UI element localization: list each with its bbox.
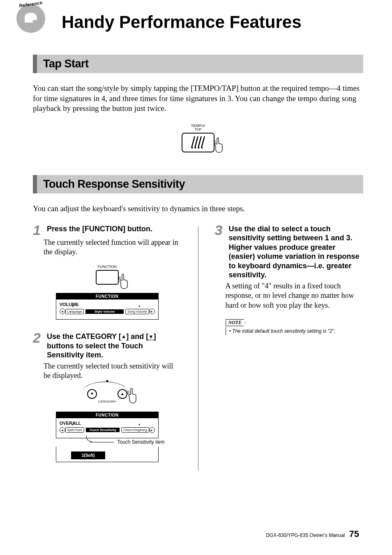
page-title: Handy Performance Features bbox=[62, 12, 363, 32]
callout: Touch Sensitivity item bbox=[50, 439, 165, 445]
lcd-center-bar: Style Volume bbox=[85, 309, 124, 314]
category-label: CATEGORY bbox=[98, 400, 116, 403]
lcd-left-arrow-icon: ◂ bbox=[60, 427, 65, 433]
step-1-head: Press the [FUNCTION] button. bbox=[47, 224, 152, 236]
category-up-icon bbox=[121, 332, 126, 341]
column-divider bbox=[198, 226, 198, 470]
triangle-marker-icon: ▼ bbox=[138, 305, 141, 308]
lcd-figure-1: FUNCTION VOLUME ◂ ▼ Language Style Volum… bbox=[33, 293, 182, 320]
tempo-tap-figure: TEMPO/ TAP bbox=[33, 124, 363, 152]
tap-start-body: You can start the song/style by simply t… bbox=[33, 83, 363, 114]
lcd-left-pill: Language bbox=[65, 309, 84, 314]
step-number: 3 bbox=[215, 224, 226, 280]
piano-icon bbox=[23, 10, 39, 27]
footer-page-number: 75 bbox=[349, 529, 359, 539]
step-2-body: The currently selected touch sensitivity… bbox=[44, 362, 182, 381]
lcd-figure-2: FUNCTION OVERALL ◂ ▼ Split Point Touch S… bbox=[33, 412, 182, 462]
category-buttons-figure: ▾ ▴ CATEGORY bbox=[33, 389, 182, 403]
section-heading-touch-response: Touch Response Sensitivity bbox=[33, 175, 363, 193]
function-label: FUNCTION bbox=[98, 265, 117, 269]
note-body: • The initial default touch sensitivity … bbox=[226, 327, 364, 335]
lcd-right-pill: Song Volume bbox=[125, 309, 149, 314]
step-1: 1 Press the [FUNCTION] button. bbox=[33, 224, 182, 236]
hand-press-icon bbox=[127, 388, 140, 405]
badge-text: Reference bbox=[16, 0, 46, 9]
tap-start-heading: Tap Start bbox=[43, 58, 357, 70]
step-2-head: Use the CATEGORY [] and [] buttons to se… bbox=[47, 332, 182, 360]
category-up-button-illustration: ▴ bbox=[118, 389, 127, 399]
hand-press-icon bbox=[119, 274, 131, 290]
step-3-body: A setting of "4" results in a fixed touc… bbox=[226, 281, 364, 310]
step-3: 3 Use the dial to select a touch sensiti… bbox=[215, 224, 364, 280]
footer: DGX-630/YPG-635 Owner's Manual 75 bbox=[266, 529, 359, 539]
dot-icon bbox=[106, 380, 108, 382]
lcd-left-pill: Split Point bbox=[65, 427, 84, 433]
tempo-tap-button-illustration bbox=[182, 133, 214, 152]
tempo-label: TEMPO/ TAP bbox=[191, 124, 205, 131]
step-number: 1 bbox=[33, 224, 44, 236]
step-2: 2 Use the CATEGORY [] and [] buttons to … bbox=[33, 332, 182, 360]
touch-response-heading: Touch Response Sensitivity bbox=[43, 178, 357, 191]
function-button-figure: FUNCTION bbox=[33, 265, 182, 285]
triangle-marker-icon: ▼ bbox=[71, 423, 74, 426]
lcd-left-arrow-icon: ◂ bbox=[60, 309, 65, 314]
step-3-head: Use the dial to select a touch sensitivi… bbox=[229, 224, 364, 280]
step-1-body: The currently selected function will app… bbox=[44, 238, 182, 257]
hand-press-icon bbox=[214, 138, 226, 154]
right-column: 3 Use the dial to select a touch sensiti… bbox=[215, 224, 364, 470]
category-down-icon bbox=[148, 332, 153, 341]
note-box: NOTE • The initial default touch sensiti… bbox=[226, 318, 364, 335]
callout-connector-icon bbox=[90, 440, 114, 444]
triangle-marker-icon: ▼ bbox=[71, 305, 74, 308]
touch-response-intro: You can adjust the keyboard's sensitivit… bbox=[33, 204, 363, 214]
section-heading-tap-start: Tap Start bbox=[33, 55, 363, 73]
lcd-right-arrow-icon: ▸ bbox=[149, 309, 155, 314]
note-label: NOTE bbox=[226, 319, 246, 326]
footer-manual-name: DGX-630/YPG-635 Owner's Manual bbox=[266, 532, 345, 538]
triangle-marker-icon: ▼ bbox=[138, 423, 141, 426]
left-column: 1 Press the [FUNCTION] button. The curre… bbox=[33, 224, 182, 470]
lcd-title: FUNCTION bbox=[56, 412, 158, 418]
callout-text: Touch Sensitivity item bbox=[117, 439, 164, 445]
reference-badge: Reference bbox=[16, 4, 45, 33]
function-button-illustration bbox=[96, 270, 119, 285]
lcd-title: FUNCTION bbox=[56, 293, 158, 299]
lcd-value: 1(Soft) bbox=[71, 451, 106, 459]
steps-two-column: 1 Press the [FUNCTION] button. The curre… bbox=[33, 224, 363, 470]
lcd-right-pill: Chord Fingering bbox=[121, 427, 149, 433]
step-number: 2 bbox=[33, 332, 44, 360]
lcd-center-bar: Touch Sensitivity bbox=[86, 428, 120, 432]
lcd-right-arrow-icon: ▸ bbox=[149, 427, 155, 433]
tap-strokes-icon bbox=[190, 136, 205, 149]
